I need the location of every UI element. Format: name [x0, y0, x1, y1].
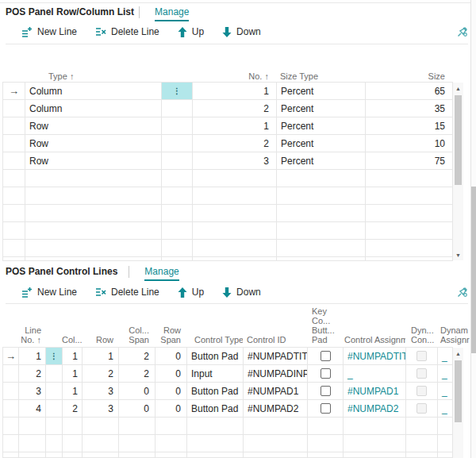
table1-scrollbar[interactable]: ▲ ▼ — [453, 83, 463, 260]
up-button[interactable]: Up — [178, 287, 204, 298]
cell-col-span[interactable]: 2 — [119, 348, 155, 365]
cell-menu[interactable] — [162, 135, 193, 152]
cell-menu[interactable] — [46, 383, 63, 400]
cell-dynam-assignm[interactable]: _ — [438, 383, 453, 400]
part2-options-button[interactable] — [457, 287, 468, 301]
selected-cell-menu[interactable]: ⋮ — [162, 83, 193, 100]
scroll-up-icon[interactable]: ▲ — [453, 348, 463, 359]
cell-size-type[interactable]: Percent — [277, 135, 366, 152]
row-selector[interactable] — [3, 400, 19, 418]
page-scrollbar[interactable] — [471, 0, 476, 458]
cell-col-span[interactable]: 0 — [119, 383, 155, 400]
table-row[interactable]: → 1 ⋮ 1 1 2 0 Button Pad #NUMPADTITL #NU… — [3, 348, 453, 365]
down-button[interactable]: Down — [222, 26, 261, 37]
column-header-control-type[interactable]: Control Type — [186, 335, 243, 345]
cell-row-span[interactable]: 0 — [155, 365, 187, 383]
table-row[interactable]: Row 2 Percent 10 — [3, 135, 453, 152]
cell-type[interactable]: Row — [25, 135, 162, 152]
column-header-key-button-pad[interactable]: Key Co... Butt... Pad — [307, 306, 343, 345]
row-selector[interactable] — [3, 365, 19, 383]
cell-dyn-con[interactable] — [406, 348, 438, 365]
cell-menu[interactable] — [162, 100, 193, 117]
cell-dynam-assignm[interactable]: _ — [438, 400, 453, 418]
row-selector[interactable] — [3, 100, 25, 117]
cell-type[interactable]: Column — [25, 100, 162, 117]
cell-size-type[interactable]: Percent — [277, 117, 366, 135]
selected-cell-menu[interactable]: ⋮ — [46, 348, 63, 365]
cell-key-button-pad[interactable] — [308, 383, 344, 400]
new-line-button[interactable]: New Line — [21, 26, 77, 37]
column-header-size-type[interactable]: Size Type — [276, 71, 365, 81]
cell-dynam-assignm[interactable]: _ — [438, 365, 453, 383]
cell-dynam-assignm[interactable]: _ — [438, 348, 453, 365]
delete-line-button[interactable]: Delete Line — [95, 26, 159, 37]
cell-control-assignm[interactable]: #NUMPADTITL — [344, 348, 406, 365]
column-header-no[interactable]: No. ↑ — [192, 71, 276, 81]
table-row[interactable]: Column 2 Percent 35 — [3, 100, 453, 117]
cell-size[interactable]: 35 — [366, 100, 453, 117]
key-pad-checkbox[interactable] — [321, 403, 331, 414]
cell-row[interactable]: 1 — [83, 348, 119, 365]
column-header-type[interactable]: Type ↑ — [25, 71, 161, 81]
column-header-row-span[interactable]: Row Span — [155, 325, 186, 345]
cell-control-type[interactable]: Input — [187, 365, 244, 383]
cell-col[interactable]: 1 — [63, 348, 83, 365]
cell-control-id[interactable]: #NUMPAD1 — [244, 383, 308, 400]
column-header-row[interactable]: Row — [82, 335, 118, 345]
cell-no[interactable]: 1 — [193, 83, 277, 100]
cell-size-type[interactable]: Percent — [277, 152, 366, 170]
cell-size[interactable]: 10 — [366, 135, 453, 152]
table-row[interactable]: Row 3 Percent 75 — [3, 152, 453, 170]
cell-row-span[interactable]: 0 — [155, 400, 187, 418]
page-scrollbar-thumb[interactable] — [471, 187, 476, 353]
row-selector[interactable] — [3, 383, 19, 400]
cell-line-no[interactable]: 1 — [19, 348, 46, 365]
scroll-down-icon[interactable]: ▼ — [453, 249, 463, 260]
column-header-size[interactable]: Size — [365, 71, 452, 81]
table-row[interactable]: Row 1 Percent 15 — [3, 117, 453, 135]
cell-row[interactable]: 3 — [83, 383, 119, 400]
column-header-control-assignm[interactable]: Control Assignm. — [343, 335, 405, 345]
cell-size-type[interactable]: Percent — [277, 83, 366, 100]
table-row[interactable]: 2 1 2 2 0 Input #NUMPADINPUT _ _ — [3, 365, 453, 383]
column-header-dyn-con[interactable]: Dyn... Con... — [405, 325, 437, 345]
delete-line-button[interactable]: Delete Line — [95, 287, 159, 298]
cell-menu[interactable] — [162, 117, 193, 135]
cell-control-type[interactable]: Button Pad — [187, 400, 244, 418]
table-row[interactable]: 4 2 3 0 0 Button Pad #NUMPAD2 #NUMPAD2 _ — [3, 400, 453, 418]
column-header-control-id[interactable]: Control ID — [243, 335, 307, 345]
cell-no[interactable]: 2 — [193, 135, 277, 152]
cell-line-no[interactable]: 2 — [19, 365, 46, 383]
down-button[interactable]: Down — [222, 287, 261, 298]
cell-control-id[interactable]: #NUMPADTITL — [244, 348, 308, 365]
cell-type[interactable]: Column — [25, 83, 162, 100]
cell-dyn-con[interactable] — [406, 383, 438, 400]
cell-type[interactable]: Row — [25, 117, 162, 135]
row-selector[interactable] — [3, 152, 25, 170]
cell-menu[interactable] — [46, 400, 63, 418]
cell-no[interactable]: 3 — [193, 152, 277, 170]
table-row[interactable]: 3 1 3 0 0 Button Pad #NUMPAD1 #NUMPAD1 _ — [3, 383, 453, 400]
cell-dyn-con[interactable] — [406, 400, 438, 418]
cell-control-id[interactable]: #NUMPADINPUT — [244, 365, 308, 383]
cell-line-no[interactable]: 3 — [19, 383, 46, 400]
cell-control-assignm[interactable]: _ — [344, 365, 406, 383]
key-pad-checkbox[interactable] — [321, 351, 331, 361]
cell-menu[interactable] — [46, 365, 63, 383]
part1-manage-tab[interactable]: Manage — [155, 6, 189, 18]
column-header-line-no[interactable]: Line No. ↑ — [18, 325, 45, 345]
cell-col[interactable]: 2 — [63, 400, 83, 418]
cell-no[interactable]: 2 — [193, 100, 277, 117]
cell-line-no[interactable]: 4 — [19, 400, 46, 418]
table2-scrollbar[interactable]: ▲ — [453, 348, 463, 458]
cell-key-button-pad[interactable] — [308, 348, 344, 365]
cell-row[interactable]: 3 — [83, 400, 119, 418]
column-header-dynam-assignm[interactable]: Dynam Assignr — [437, 325, 452, 345]
column-header-col[interactable]: Col... — [62, 335, 82, 345]
cell-control-assignm[interactable]: #NUMPAD2 — [344, 400, 406, 418]
cell-control-type[interactable]: Button Pad — [187, 348, 244, 365]
cell-key-button-pad[interactable] — [308, 365, 344, 383]
row-selector[interactable] — [3, 117, 25, 135]
cell-control-type[interactable]: Button Pad — [187, 383, 244, 400]
up-button[interactable]: Up — [178, 26, 204, 37]
